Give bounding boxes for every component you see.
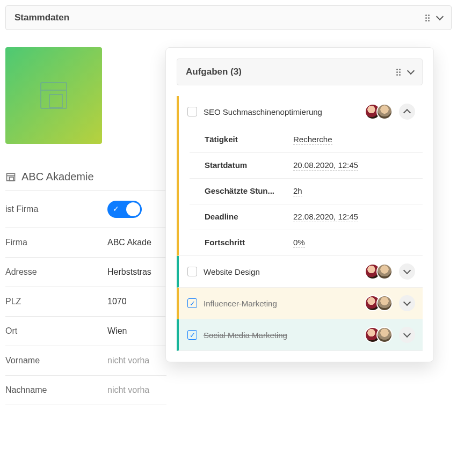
field-nachname: Nachname nicht vorha	[5, 376, 166, 405]
field-label: Firma	[5, 238, 107, 247]
building-icon	[5, 172, 16, 182]
company-name: ABC Akademie	[21, 171, 94, 183]
tasks-title: Aufgaben (3)	[186, 67, 242, 77]
field-label: ist Firma	[5, 204, 107, 214]
task-item: Website Design	[177, 256, 423, 288]
task-checkbox[interactable]	[187, 267, 197, 276]
field-firma: Firma ABC Akade	[5, 228, 166, 258]
assignee-avatars[interactable]	[365, 327, 393, 343]
tasks-panel: Aufgaben (3) SEO Suchmaschinenoptimierun…	[165, 47, 434, 362]
detail-label: Deadline	[205, 212, 293, 222]
task-row[interactable]: SEO Suchmaschinenoptimierung	[179, 96, 423, 127]
chevron-up-icon	[403, 109, 411, 116]
avatar	[376, 263, 393, 280]
detail-row: Deadline 22.08.2020, 12:45	[190, 204, 423, 230]
task-checkbox[interactable]: ✓	[187, 330, 197, 340]
master-data-header: Stammdaten	[5, 5, 452, 30]
detail-label: Startdatum	[205, 160, 293, 171]
detail-value[interactable]: 2h	[293, 186, 302, 196]
task-title: Influencer-Marketing	[204, 299, 358, 308]
field-adresse: Adresse Herbststras	[5, 258, 166, 287]
svg-rect-2	[10, 177, 14, 181]
task-row[interactable]: ✓ Social Media Marketing	[179, 319, 423, 350]
detail-row: Tätigkeit Recherche	[190, 127, 423, 153]
assignee-avatars[interactable]	[365, 263, 393, 280]
company-panel: ABC Akademie ist Firma ✓ Firma ABC Akade…	[5, 47, 166, 405]
detail-value[interactable]: 0%	[293, 238, 305, 248]
expand-button[interactable]	[399, 263, 415, 280]
task-details: Tätigkeit Recherche Startdatum 20.08.202…	[179, 127, 423, 255]
avatar	[376, 327, 393, 343]
check-icon: ✓	[190, 300, 195, 307]
field-label: Vorname	[5, 356, 107, 365]
detail-row: Fortschritt 0%	[190, 230, 423, 255]
check-icon: ✓	[113, 204, 119, 213]
task-item: SEO Suchmaschinenoptimierung Tätigkeit R…	[177, 96, 423, 256]
detail-value[interactable]: Recherche	[293, 135, 332, 145]
detail-value[interactable]: 20.08.2020, 12:45	[293, 160, 358, 171]
check-icon: ✓	[190, 332, 195, 339]
field-plz: PLZ 1070	[5, 287, 166, 317]
avatar	[376, 295, 393, 311]
ist-firma-toggle[interactable]: ✓	[107, 201, 142, 218]
avatar	[376, 104, 393, 120]
drag-handle-icon[interactable]	[425, 14, 430, 21]
field-value[interactable]: Herbststras	[107, 267, 151, 277]
detail-row: Startdatum 20.08.2020, 12:45	[190, 153, 423, 179]
detail-label: Geschätzte Stun...	[205, 186, 293, 196]
field-ort: Ort Wien	[5, 317, 166, 346]
task-item: ✓ Influencer-Marketing	[177, 288, 423, 319]
chevron-down-icon	[403, 267, 411, 274]
task-title: SEO Suchmaschinenoptimierung	[204, 107, 358, 116]
field-value[interactable]: nicht vorha	[107, 356, 149, 365]
task-checkbox[interactable]: ✓	[187, 298, 197, 308]
task-item: ✓ Social Media Marketing	[177, 319, 423, 351]
field-value[interactable]: ABC Akade	[107, 238, 151, 247]
detail-label: Tätigkeit	[205, 135, 293, 145]
company-logo	[5, 47, 102, 144]
field-label: PLZ	[5, 297, 107, 306]
chevron-down-icon	[403, 330, 411, 338]
field-label: Ort	[5, 326, 107, 336]
logo-icon	[40, 82, 67, 109]
detail-row: Geschätzte Stun... 2h	[190, 179, 423, 204]
assignee-avatars[interactable]	[365, 104, 393, 120]
field-ist-firma: ist Firma ✓	[5, 191, 166, 228]
company-name-row: ABC Akademie	[5, 171, 166, 183]
field-vorname: Vorname nicht vorha	[5, 346, 166, 376]
task-title: Social Media Marketing	[204, 331, 358, 340]
expand-button[interactable]	[399, 327, 415, 343]
detail-label: Fortschritt	[205, 238, 293, 248]
chevron-down-icon[interactable]	[436, 13, 444, 20]
drag-handle-icon[interactable]	[396, 69, 401, 76]
task-row[interactable]: Website Design	[179, 256, 423, 287]
field-value[interactable]: 1070	[107, 297, 127, 306]
expand-button[interactable]	[399, 295, 415, 311]
header-title: Stammdaten	[14, 12, 69, 23]
field-value[interactable]: nicht vorha	[107, 385, 149, 395]
detail-value[interactable]: 22.08.2020, 12:45	[293, 212, 358, 222]
task-title: Website Design	[204, 267, 358, 276]
task-row[interactable]: ✓ Influencer-Marketing	[179, 288, 423, 319]
field-label: Nachname	[5, 385, 107, 395]
tasks-header-controls	[396, 69, 414, 76]
task-checkbox[interactable]	[187, 107, 197, 116]
collapse-button[interactable]	[399, 104, 415, 120]
assignee-avatars[interactable]	[365, 295, 393, 311]
field-value[interactable]: Wien	[107, 326, 127, 336]
chevron-down-icon	[403, 298, 411, 306]
field-label: Adresse	[5, 267, 107, 277]
tasks-header: Aufgaben (3)	[177, 58, 423, 85]
chevron-down-icon[interactable]	[407, 67, 415, 75]
header-controls	[425, 14, 443, 21]
